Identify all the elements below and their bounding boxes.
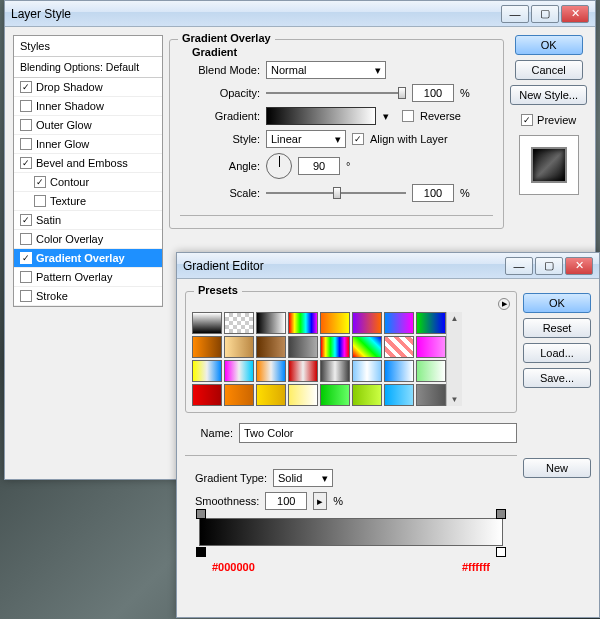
preset-swatch[interactable] xyxy=(256,336,286,358)
reset-button[interactable]: Reset xyxy=(523,318,591,338)
preset-swatch[interactable] xyxy=(320,312,350,334)
preset-swatch[interactable] xyxy=(192,312,222,334)
preset-swatch[interactable] xyxy=(352,336,382,358)
maximize-button[interactable]: ▢ xyxy=(535,257,563,275)
style-checkbox[interactable] xyxy=(20,81,32,93)
preset-swatch[interactable] xyxy=(256,384,286,406)
preset-swatch[interactable] xyxy=(192,336,222,358)
style-item-satin[interactable]: Satin xyxy=(14,211,162,230)
style-checkbox[interactable] xyxy=(20,233,32,245)
maximize-button[interactable]: ▢ xyxy=(531,5,559,23)
preset-swatch[interactable] xyxy=(352,312,382,334)
style-item-contour[interactable]: Contour xyxy=(14,173,162,192)
preset-swatch[interactable] xyxy=(384,360,414,382)
preset-swatch[interactable] xyxy=(288,312,318,334)
style-select[interactable]: Linear xyxy=(266,130,346,148)
blending-options-header[interactable]: Blending Options: Default xyxy=(14,57,162,78)
style-item-texture[interactable]: Texture xyxy=(14,192,162,211)
reverse-checkbox[interactable] xyxy=(402,110,414,122)
scale-slider[interactable] xyxy=(266,185,406,201)
opacity-slider[interactable] xyxy=(266,85,406,101)
ok-button[interactable]: OK xyxy=(523,293,591,313)
minimize-button[interactable]: — xyxy=(505,257,533,275)
style-checkbox[interactable] xyxy=(34,176,46,188)
preset-swatch[interactable] xyxy=(256,312,286,334)
smoothness-label: Smoothness: xyxy=(195,495,259,507)
style-checkbox[interactable] xyxy=(20,100,32,112)
style-checkbox[interactable] xyxy=(20,252,32,264)
preset-swatch[interactable] xyxy=(384,336,414,358)
preset-swatch[interactable] xyxy=(192,384,222,406)
preset-swatch[interactable] xyxy=(320,360,350,382)
style-checkbox[interactable] xyxy=(20,271,32,283)
gradient-editor-window: Gradient Editor — ▢ ✕ Presets ▶ ▲▼ Name:… xyxy=(176,252,600,618)
align-checkbox[interactable] xyxy=(352,133,364,145)
preset-swatch[interactable] xyxy=(224,384,254,406)
preset-swatch[interactable] xyxy=(256,360,286,382)
gradient-bar[interactable]: #000000 #ffffff xyxy=(199,518,503,546)
style-checkbox[interactable] xyxy=(20,214,32,226)
preset-swatch[interactable] xyxy=(416,360,446,382)
smoothness-menu-icon[interactable]: ▸ xyxy=(313,492,327,510)
style-checkbox[interactable] xyxy=(20,157,32,169)
gradient-picker[interactable] xyxy=(266,107,376,125)
new-style-button[interactable]: New Style... xyxy=(510,85,587,105)
titlebar[interactable]: Layer Style — ▢ ✕ xyxy=(5,1,595,27)
gradient-type-select[interactable]: Solid xyxy=(273,469,333,487)
style-item-drop-shadow[interactable]: Drop Shadow xyxy=(14,78,162,97)
preset-swatch[interactable] xyxy=(288,336,318,358)
preset-swatch[interactable] xyxy=(384,312,414,334)
style-item-stroke[interactable]: Stroke xyxy=(14,287,162,306)
style-item-inner-shadow[interactable]: Inner Shadow xyxy=(14,97,162,116)
style-item-gradient-overlay[interactable]: Gradient Overlay xyxy=(14,249,162,268)
style-item-outer-glow[interactable]: Outer Glow xyxy=(14,116,162,135)
scale-input[interactable]: 100 xyxy=(412,184,454,202)
style-checkbox[interactable] xyxy=(34,195,46,207)
new-button[interactable]: New xyxy=(523,458,591,478)
style-item-bevel-and-emboss[interactable]: Bevel and Emboss xyxy=(14,154,162,173)
preset-swatch[interactable] xyxy=(352,360,382,382)
styles-header[interactable]: Styles xyxy=(14,36,162,57)
preset-swatch[interactable] xyxy=(224,312,254,334)
smoothness-input[interactable]: 100 xyxy=(265,492,307,510)
angle-input[interactable]: 90 xyxy=(298,157,340,175)
opacity-stop-right[interactable] xyxy=(496,509,506,519)
angle-dial[interactable] xyxy=(266,153,292,179)
preset-swatch[interactable] xyxy=(352,384,382,406)
preview-checkbox[interactable] xyxy=(521,114,533,126)
blend-mode-select[interactable]: Normal xyxy=(266,61,386,79)
preset-swatch[interactable] xyxy=(416,384,446,406)
preset-swatch[interactable] xyxy=(416,312,446,334)
titlebar[interactable]: Gradient Editor — ▢ ✕ xyxy=(177,253,599,279)
color-stop-left[interactable] xyxy=(196,547,206,557)
cancel-button[interactable]: Cancel xyxy=(515,60,583,80)
preset-swatch[interactable] xyxy=(288,384,318,406)
style-item-inner-glow[interactable]: Inner Glow xyxy=(14,135,162,154)
style-checkbox[interactable] xyxy=(20,290,32,302)
preset-swatch[interactable] xyxy=(320,384,350,406)
minimize-button[interactable]: — xyxy=(501,5,529,23)
presets-menu-icon[interactable]: ▶ xyxy=(498,298,510,310)
style-item-pattern-overlay[interactable]: Pattern Overlay xyxy=(14,268,162,287)
ok-button[interactable]: OK xyxy=(515,35,583,55)
preset-swatch[interactable] xyxy=(192,360,222,382)
preset-swatch[interactable] xyxy=(384,384,414,406)
style-checkbox[interactable] xyxy=(20,138,32,150)
opacity-input[interactable]: 100 xyxy=(412,84,454,102)
preset-swatch[interactable] xyxy=(416,336,446,358)
close-button[interactable]: ✕ xyxy=(561,5,589,23)
style-checkbox[interactable] xyxy=(20,119,32,131)
presets-scrollbar[interactable]: ▲▼ xyxy=(446,312,462,406)
opacity-stop-left[interactable] xyxy=(196,509,206,519)
name-input[interactable]: Two Color xyxy=(239,423,517,443)
style-item-color-overlay[interactable]: Color Overlay xyxy=(14,230,162,249)
load-button[interactable]: Load... xyxy=(523,343,591,363)
close-button[interactable]: ✕ xyxy=(565,257,593,275)
preset-swatch[interactable] xyxy=(224,360,254,382)
color-stop-right[interactable] xyxy=(496,547,506,557)
presets-grid xyxy=(192,312,446,406)
preset-swatch[interactable] xyxy=(288,360,318,382)
preset-swatch[interactable] xyxy=(320,336,350,358)
save-button[interactable]: Save... xyxy=(523,368,591,388)
preset-swatch[interactable] xyxy=(224,336,254,358)
